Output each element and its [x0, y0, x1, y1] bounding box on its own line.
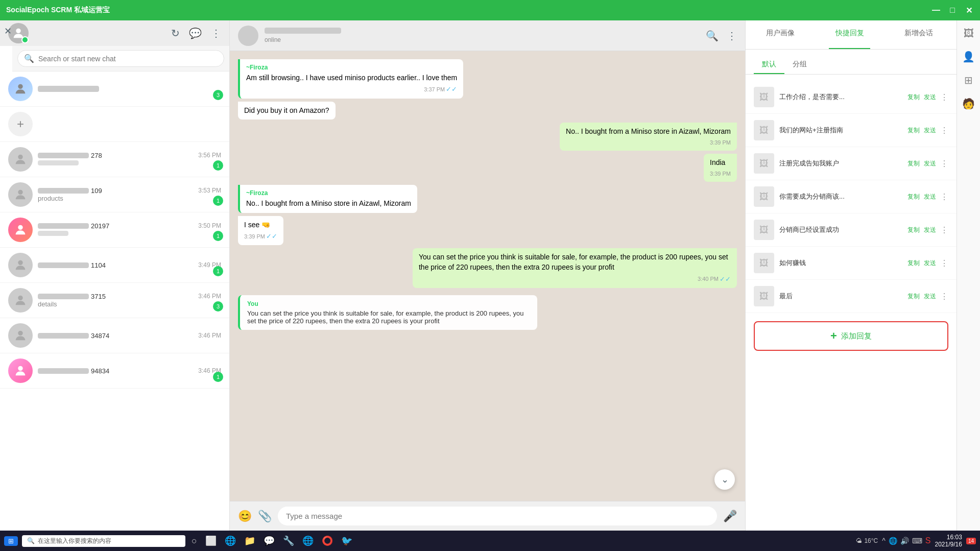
close-x-icon[interactable]: ✕	[4, 26, 12, 37]
qr-more-2[interactable]: ⋮	[940, 126, 948, 135]
scrm-tray-icon[interactable]: S	[925, 536, 931, 545]
browser-icon[interactable]: 🌐	[300, 533, 316, 548]
send-btn-3[interactable]: 发送	[924, 159, 936, 168]
send-btn-2[interactable]: 发送	[924, 126, 936, 135]
tab-quick-reply[interactable]: 快捷回复	[815, 20, 885, 49]
subtab-group[interactable]: 分组	[784, 56, 815, 74]
grid-icon[interactable]: ⊞	[964, 74, 973, 86]
copy-btn-6[interactable]: 复制	[907, 259, 920, 268]
chat-name-suffix-4: 1104	[91, 261, 106, 269]
taskbar-search[interactable]: 🔍 在这里输入你要搜索的内容	[22, 535, 185, 547]
qr-item-5: 🖼 分销商已经设置成功 复制 发送 ⋮	[746, 213, 957, 247]
chat-item-5[interactable]: 3715 3:46 PM details 3	[0, 283, 229, 318]
qr-more-3[interactable]: ⋮	[940, 159, 948, 169]
search-icon: 🔍	[24, 54, 34, 63]
checkmark-6: ✓✓	[266, 232, 277, 241]
msg-text-6: I see 🤜	[244, 220, 277, 230]
add-reply-button[interactable]: + 添加回复	[754, 321, 948, 351]
chat-item-6[interactable]: 34874 3:46 PM	[0, 318, 229, 353]
maximize-button[interactable]: □	[947, 6, 958, 15]
chat-item-3[interactable]: 20197 3:50 PM 1	[0, 212, 229, 248]
keyboard-icon[interactable]: ⌨	[912, 537, 922, 545]
cortana-icon[interactable]: ○	[189, 534, 199, 548]
message-input[interactable]	[278, 507, 717, 525]
svg-point-5	[18, 260, 22, 265]
copy-btn-7[interactable]: 复制	[907, 292, 920, 301]
chat-item-7[interactable]: 94834 3:46 PM 1	[0, 353, 229, 389]
qr-item-3: 🖼 注册完成告知我账户 复制 发送 ⋮	[746, 147, 957, 180]
network-icon[interactable]: 🌐	[889, 537, 897, 545]
chat-list: 3 + 278 3:56 PM	[0, 71, 229, 531]
chat-time-3: 3:50 PM	[198, 222, 221, 230]
chat-item-1[interactable]: 278 3:56 PM 1	[0, 142, 229, 177]
qr-text-4: 你需要成为分销商该...	[779, 192, 902, 201]
subtab-default[interactable]: 默认	[754, 56, 784, 74]
chat-icon[interactable]: 💬	[189, 27, 202, 39]
chat-item-4[interactable]: 1104 3:49 PM 1	[0, 248, 229, 283]
chat-avatar-5	[8, 288, 33, 313]
chat-avatar-3	[8, 218, 33, 242]
send-btn-5[interactable]: 发送	[924, 226, 936, 234]
person-icon[interactable]: 🧑	[962, 98, 975, 110]
img-edit-icon[interactable]: 🖼	[964, 28, 974, 39]
close-button[interactable]: ✕	[964, 6, 974, 15]
qr-more-6[interactable]: ⋮	[940, 258, 948, 268]
refresh-icon[interactable]: ↻	[171, 27, 180, 39]
tab-user-portrait[interactable]: 用户画像	[746, 20, 815, 49]
mic-icon[interactable]: 🎤	[723, 510, 737, 523]
copy-btn-3[interactable]: 复制	[907, 159, 920, 168]
folder-icon[interactable]: 📁	[242, 533, 257, 548]
chat-header-avatar	[238, 26, 258, 46]
copy-btn-4[interactable]: 复制	[907, 193, 920, 201]
qr-more-5[interactable]: ⋮	[940, 225, 948, 235]
qr-more-4[interactable]: ⋮	[940, 192, 948, 202]
start-button[interactable]: ⊞	[4, 536, 18, 546]
copy-btn-1[interactable]: 复制	[907, 93, 920, 102]
chat-item-2[interactable]: 109 3:53 PM products 1	[0, 177, 229, 212]
app-icon-2[interactable]: 🐦	[339, 533, 354, 548]
copy-btn-5[interactable]: 复制	[907, 226, 920, 234]
send-btn-7[interactable]: 发送	[924, 292, 936, 301]
volume-icon[interactable]: 🔊	[900, 537, 909, 545]
chat-area: online 🔍 ⋮ ~Firoza Am still browsing.. I…	[230, 20, 745, 531]
emoji-icon[interactable]: 😊	[238, 510, 252, 523]
send-btn-6[interactable]: 发送	[924, 259, 936, 268]
chat-avatar-6	[8, 323, 33, 348]
chat-name-row	[38, 86, 221, 92]
msg-time-4: 3:39 PM	[710, 170, 731, 178]
add-plus-icon: +	[830, 329, 837, 343]
time-display: 16:03	[935, 534, 962, 541]
edge-icon[interactable]: 🌐	[223, 533, 238, 548]
search-input[interactable]	[38, 55, 218, 63]
qr-text-3: 注册完成告知我账户	[779, 159, 902, 168]
add-contact-button[interactable]: +	[8, 112, 33, 136]
scroll-down-button[interactable]: ⌄	[714, 469, 735, 490]
more-chat-icon[interactable]: ⋮	[727, 30, 737, 42]
qr-img-5: 🖼	[754, 220, 774, 240]
app-icon-1[interactable]: 🔧	[281, 533, 296, 548]
chat-item-top[interactable]: 3	[0, 71, 229, 107]
task-view-icon[interactable]: ⬜	[203, 533, 219, 548]
expand-tray-icon[interactable]: ^	[882, 537, 886, 545]
more-icon[interactable]: ⋮	[211, 27, 221, 39]
msg-text-3: No.. I bought from a Miniso store in Aiz…	[566, 127, 731, 137]
badge-7: 1	[213, 372, 223, 382]
tab-new-chat[interactable]: 新增会话	[884, 20, 953, 49]
search-chat-icon[interactable]: 🔍	[706, 30, 719, 42]
person-circle-icon[interactable]: 👤	[962, 51, 975, 63]
qr-more-7[interactable]: ⋮	[940, 292, 948, 301]
copy-btn-2[interactable]: 复制	[907, 126, 920, 135]
search-input-wrap[interactable]: 🔍	[17, 50, 224, 67]
add-reply-section: + 添加回复	[746, 313, 957, 355]
qr-more-1[interactable]: ⋮	[940, 92, 948, 102]
send-btn-1[interactable]: 发送	[924, 93, 936, 102]
chat-header-icons: 🔍 ⋮	[706, 30, 737, 42]
chat-name-suffix-3: 20197	[91, 222, 109, 230]
attachment-icon[interactable]: 📎	[258, 510, 272, 523]
send-btn-4[interactable]: 发送	[924, 193, 936, 201]
add-contact-row[interactable]: +	[0, 107, 229, 142]
wechat-icon[interactable]: 💬	[261, 533, 277, 548]
minimize-button[interactable]: —	[931, 6, 941, 15]
notification-badge[interactable]: 14	[966, 538, 976, 544]
chrome-icon[interactable]: ⭕	[320, 533, 335, 548]
